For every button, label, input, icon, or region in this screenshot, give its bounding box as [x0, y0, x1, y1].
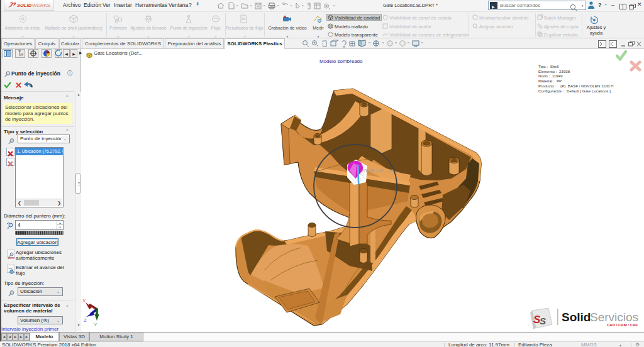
svg-text:⚒: ⚒: [20, 53, 24, 57]
svg-text:AUTO: AUTO: [8, 257, 14, 260]
svg-text:X: X: [82, 298, 86, 304]
svg-text:(76.28, 0.00 , -10: (76.28, 0.00 , -10: [362, 168, 394, 174]
svg-text:Solid: Solid: [562, 311, 591, 324]
svg-text:Y: Y: [94, 322, 97, 328]
svg-text:S: S: [540, 316, 546, 326]
svg-text:CAD / CAM / CAE: CAD / CAM / CAE: [607, 323, 638, 327]
svg-text:Servicios: Servicios: [590, 311, 638, 324]
svg-text:Z: Z: [84, 317, 87, 323]
svg-text:WORKS: WORKS: [32, 3, 50, 8]
svg-text:SOLID: SOLID: [17, 3, 32, 8]
